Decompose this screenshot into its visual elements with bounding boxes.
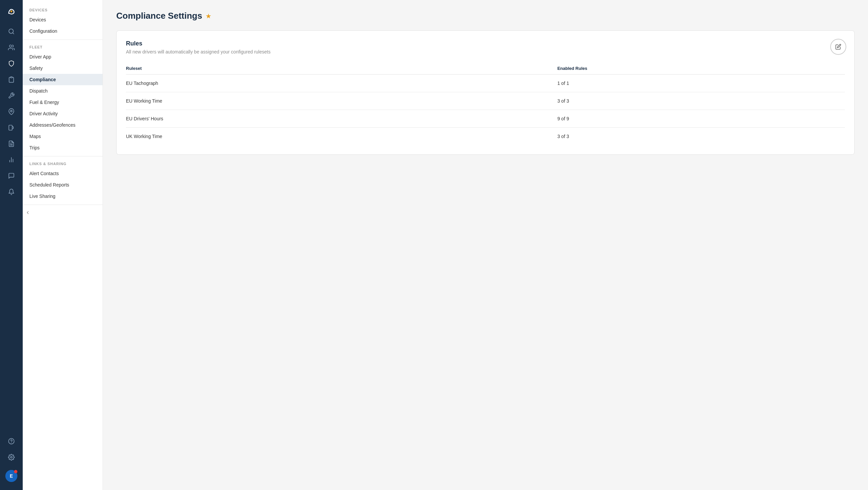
avatar-notification-badge	[14, 470, 18, 473]
shield-nav-icon[interactable]	[4, 56, 19, 71]
ruleset-cell: EU Drivers' Hours	[126, 110, 557, 128]
table-row: EU Tachograph1 of 1	[126, 74, 845, 92]
edit-rules-button[interactable]	[830, 39, 846, 55]
page-header: Compliance Settings ★	[116, 11, 855, 21]
avatar-initials: E	[10, 473, 13, 479]
nav-item-driver-app[interactable]: Driver App	[23, 51, 102, 62]
rules-card-title: Rules	[126, 40, 845, 47]
nav-item-compliance[interactable]: Compliance	[23, 74, 102, 85]
chat-nav-icon[interactable]	[4, 169, 19, 183]
nav-item-maps[interactable]: Maps	[23, 131, 102, 142]
nav-item-configuration[interactable]: Configuration	[23, 25, 102, 37]
settings-nav-icon[interactable]	[4, 450, 19, 465]
nav-item-scheduled-reports[interactable]: Scheduled Reports	[23, 179, 102, 190]
nav-divider-1	[23, 156, 102, 156]
nav-section-label-1: FLEET	[23, 42, 102, 51]
enabled-rules-cell: 3 of 3	[557, 128, 845, 145]
table-row: EU Working Time3 of 3	[126, 92, 845, 110]
rules-card: Rules All new drivers will automatically…	[116, 30, 855, 155]
user-avatar[interactable]: E	[5, 470, 18, 482]
report-nav-icon[interactable]	[4, 136, 19, 151]
app-logo[interactable]	[4, 4, 19, 19]
nav-item-devices[interactable]: Devices	[23, 14, 102, 25]
collapse-sidebar-button[interactable]	[23, 208, 33, 218]
enabled-rules-cell: 9 of 9	[557, 110, 845, 128]
svg-rect-5	[11, 77, 12, 78]
icon-sidebar: E	[0, 0, 23, 490]
map-pin-nav-icon[interactable]	[4, 104, 19, 119]
table-row: EU Drivers' Hours9 of 9	[126, 110, 845, 128]
enabled-rules-cell: 1 of 1	[557, 74, 845, 92]
chart-nav-icon[interactable]	[4, 152, 19, 167]
svg-point-1	[10, 10, 12, 12]
bell-nav-icon[interactable]	[4, 184, 19, 199]
fuel-nav-icon[interactable]	[4, 120, 19, 135]
nav-item-driver-activity[interactable]: Driver Activity	[23, 108, 102, 119]
search-nav-icon[interactable]	[4, 24, 19, 39]
nav-item-alert-contacts[interactable]: Alert Contacts	[23, 168, 102, 179]
favorite-star-icon[interactable]: ★	[206, 12, 212, 20]
nav-sidebar: DEVICESDevicesConfigurationFLEETDriver A…	[23, 0, 103, 490]
rules-table-body: EU Tachograph1 of 1EU Working Time3 of 3…	[126, 74, 845, 145]
nav-item-addresses-geofences[interactable]: Addresses/Geofences	[23, 119, 102, 131]
nav-section-label-0: DEVICES	[23, 5, 102, 14]
help-nav-icon[interactable]	[4, 434, 19, 449]
rules-table-head: Ruleset Enabled Rules	[126, 62, 845, 74]
svg-point-6	[11, 110, 12, 112]
svg-line-3	[13, 33, 14, 34]
nav-item-trips[interactable]: Trips	[23, 142, 102, 153]
wrench-nav-icon[interactable]	[4, 88, 19, 103]
ruleset-cell: EU Working Time	[126, 92, 557, 110]
nav-item-fuel-energy[interactable]: Fuel & Energy	[23, 97, 102, 108]
svg-point-4	[9, 45, 12, 48]
nav-divider-bottom	[23, 205, 102, 205]
table-row: UK Working Time3 of 3	[126, 128, 845, 145]
people-nav-icon[interactable]	[4, 40, 19, 55]
main-content: Compliance Settings ★ Rules All new driv…	[103, 0, 868, 490]
nav-item-dispatch[interactable]: Dispatch	[23, 85, 102, 97]
col-header-ruleset: Ruleset	[126, 62, 557, 74]
rules-card-subtitle: All new drivers will automatically be as…	[126, 49, 845, 55]
ruleset-cell: UK Working Time	[126, 128, 557, 145]
nav-section-label-2: LINKS & SHARING	[23, 159, 102, 168]
page-title: Compliance Settings	[116, 11, 202, 21]
nav-item-live-sharing[interactable]: Live Sharing	[23, 190, 102, 202]
ruleset-cell: EU Tachograph	[126, 74, 557, 92]
svg-point-15	[11, 457, 12, 458]
rules-table: Ruleset Enabled Rules EU Tachograph1 of …	[126, 62, 845, 145]
clipboard-nav-icon[interactable]	[4, 72, 19, 87]
nav-item-safety[interactable]: Safety	[23, 62, 102, 74]
svg-rect-7	[9, 125, 12, 130]
nav-divider-0	[23, 39, 102, 40]
enabled-rules-cell: 3 of 3	[557, 92, 845, 110]
col-header-enabled: Enabled Rules	[557, 62, 845, 74]
